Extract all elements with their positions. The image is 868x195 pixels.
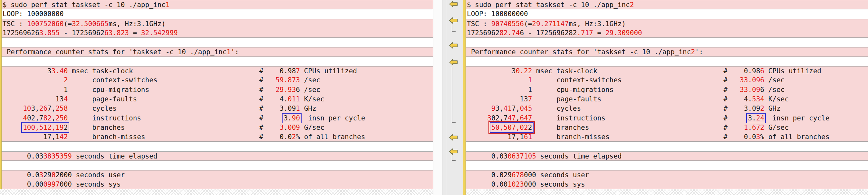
diff-text-segment: Performance counter stats for 'taskset -…	[467, 48, 691, 56]
diff-text-segment: branch-misses # 0.0	[532, 133, 756, 141]
changed-text-segment: 61	[524, 133, 532, 141]
changed-text-segment: 63.823	[104, 29, 129, 37]
diff-text-segment: .	[748, 124, 752, 131]
diff-text-segment: TSC :	[467, 20, 491, 28]
diff-line: 0.032902000 seconds user	[0, 170, 433, 179]
diff-text-segment	[3, 114, 23, 122]
changed-text-segment: 0997	[43, 180, 60, 188]
apply-change-left-arrow-icon[interactable]	[449, 42, 458, 49]
diff-text-segment: 000 seconds user	[524, 171, 589, 179]
changed-text-segment: 4	[64, 95, 68, 103]
diff-line: Performance counter stats for 'taskset -…	[466, 47, 868, 56]
changed-text-segment: 011	[288, 95, 300, 103]
diff-text-segment: CPUs utilized	[300, 67, 357, 75]
diff-text-segment: ms, Hz:3.1GHz)	[108, 20, 165, 28]
diff-line: 33.40 msec task-clock # 0.987 CPUs utili…	[0, 66, 433, 76]
chunk-link-line	[452, 24, 456, 32]
changed-text-segment: 3	[756, 133, 761, 141]
diff-line: 1725696282.746 - 1725696282.717 = 29.309…	[466, 28, 868, 38]
diff-line: 100,512,192 branches # 3.009 G/sec	[0, 123, 433, 132]
diff-line: 93,417,045 cycles # 3.092 GHz	[466, 104, 868, 113]
diff-line: TSC : 100752060(=32.500665ms, Hz:3.1GHz)	[0, 19, 433, 28]
diff-line: 0.000997000 seconds sys	[0, 180, 433, 189]
changed-text-segment: 3.855	[39, 29, 60, 37]
diff-text-segment	[467, 124, 491, 131]
diff-line: 0.030637105 seconds time elapsed	[466, 151, 868, 161]
diff-text-segment: GHz	[764, 105, 781, 112]
diff-text-segment: 000 seconds sys	[524, 180, 585, 188]
diff-text-segment: 3,	[31, 105, 39, 112]
diff-line	[0, 38, 433, 47]
changed-text-segment: 6	[760, 67, 764, 75]
diff-text-segment	[3, 105, 23, 112]
diff-text-segment	[467, 76, 528, 84]
diff-line: $ sudo perf stat taskset -c 10 ./app_inc…	[0, 0, 433, 9]
diff-text-segment: LOOP: 100000000	[467, 10, 528, 18]
diff-line: 0.029678000 seconds user	[466, 170, 868, 179]
apply-change-left-arrow-icon[interactable]	[449, 134, 458, 141]
diff-text-segment: % of all branches	[296, 133, 365, 141]
diff-line	[0, 57, 433, 66]
changed-text-segment: 1023	[507, 180, 524, 188]
diff-line: 134 page-faults # 4.011 K/sec	[0, 94, 433, 104]
changed-text-segment: .717	[577, 29, 593, 37]
left-diff-pane[interactable]: $ sudo perf stat taskset -c 10 ./app_inc…	[0, 0, 433, 195]
diff-text-segment: 0.00	[467, 180, 507, 188]
changed-text-segment: 9	[491, 105, 496, 112]
diff-text-segment: 6 /sec	[296, 86, 320, 94]
changed-text-segment: 90	[292, 114, 300, 122]
changed-text-segment: 59.873	[276, 76, 300, 84]
changed-text-segment: 2	[760, 105, 764, 112]
diff-text-segment	[467, 105, 491, 112]
diff-text-segment: branch-misses # 0.0	[68, 133, 291, 141]
changed-text-segment: 0637105	[507, 152, 536, 160]
changed-text-segment: 42	[60, 133, 68, 141]
diff-text-segment: 7,	[48, 105, 55, 112]
diff-text-segment: 3	[3, 67, 52, 75]
changed-text-segment: 82.74	[499, 29, 520, 37]
chunk-link-line	[452, 67, 456, 123]
diff-text-segment: G/sec	[764, 124, 789, 131]
changed-text-segment: 41	[504, 105, 512, 112]
changed-text-segment: 045	[520, 105, 532, 112]
changed-text-segment: 32.542999	[141, 29, 178, 37]
changed-text-segment: 47	[507, 114, 516, 122]
diff-text-segment: $ sudo perf stat taskset -c 10 ./app_inc	[467, 1, 630, 9]
change-indicator-bar-right	[463, 0, 466, 195]
changed-text-segment: 672	[752, 124, 764, 131]
diff-text-segment: 3	[467, 67, 516, 75]
diff-text-segment: ,	[52, 114, 56, 122]
changed-text-segment: 1	[528, 76, 532, 84]
diff-text-segment: 000 seconds sys	[60, 180, 121, 188]
changed-text-segment: 29.271147	[532, 20, 569, 28]
diff-text-segment: 13	[467, 95, 528, 103]
diff-text-segment: 02,7	[27, 114, 43, 122]
apply-change-left-arrow-icon[interactable]	[449, 1, 458, 7]
changed-text-segment: 50,507,02	[491, 124, 528, 131]
scrollbar-track[interactable]	[433, 0, 442, 195]
right-diff-pane[interactable]: $ sudo perf stat taskset -c 10 ./app_inc…	[466, 0, 868, 195]
diff-text-segment: G/sec	[300, 124, 324, 131]
apply-change-left-arrow-icon[interactable]	[449, 17, 458, 24]
diff-text-segment: ':	[695, 48, 703, 56]
diff-text-segment: % of all branches	[760, 133, 829, 141]
diff-line: 1 context-switches # 33.096 /sec	[466, 76, 868, 85]
diff-text-segment	[3, 76, 64, 84]
diff-line: 103,267,258 cycles # 3.091 GHz	[0, 104, 433, 113]
diff-text-segment: 13	[3, 95, 64, 103]
changed-text-segment: 29.93	[276, 86, 296, 94]
diff-line: TSC : 90740556(=29.271147ms, Hz:3.1GHz)	[466, 19, 868, 28]
changed-text-segment: 7	[296, 67, 300, 75]
diff-line: 2 context-switches # 59.873 /sec	[0, 76, 433, 85]
changed-text-segment: 24	[756, 114, 764, 122]
apply-change-left-arrow-icon[interactable]	[449, 59, 458, 65]
changed-text-segment: 2	[292, 133, 296, 141]
diff-window: $ sudo perf stat taskset -c 10 ./app_inc…	[0, 0, 868, 195]
diff-line: 30.22 msec task-clock # 0.986 CPUs utili…	[466, 66, 868, 76]
changed-text-segment: 1	[165, 1, 170, 9]
diff-text-segment: 3.	[748, 114, 756, 122]
diff-line	[466, 161, 868, 170]
diff-text-segment: msec task-clock # 0.98	[532, 67, 760, 75]
changed-text-segment: 29.309000	[606, 29, 642, 37]
diff-text-segment: context-switches #	[68, 76, 276, 84]
